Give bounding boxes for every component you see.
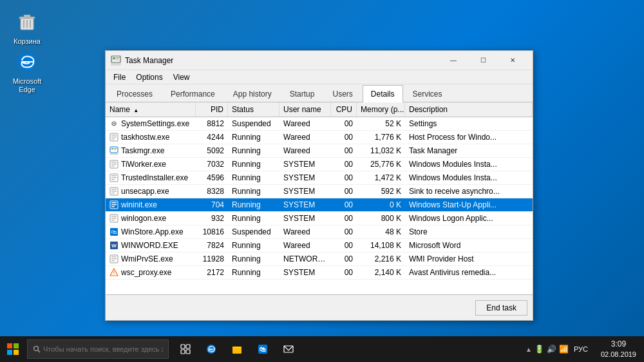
table-row[interactable]: SystemSettings.exe 8812 Suspended Wareed… <box>106 117 533 131</box>
svg-rect-18 <box>111 138 115 140</box>
td-cpu: 00 <box>331 171 357 184</box>
taskbar-search[interactable] <box>27 339 169 359</box>
table-row[interactable]: 🛍 WinStore.App.exe 10816 Suspended Waree… <box>106 225 533 239</box>
taskbar: 🛍 ▲ 🔋 🔊 📶 РУС 3:09 02.08.2019 <box>0 336 644 362</box>
up-arrow-icon[interactable]: ▲ <box>526 346 532 353</box>
svg-rect-11 <box>113 60 120 61</box>
svg-rect-43 <box>111 220 115 221</box>
th-memory[interactable]: Memory (p... <box>357 102 405 117</box>
table-row[interactable]: taskhostw.exe 4244 Running Wareed 00 1,7… <box>106 131 533 144</box>
tab-startup[interactable]: Startup <box>281 85 323 102</box>
mail-taskbar-button[interactable] <box>276 336 301 362</box>
svg-rect-16 <box>111 135 117 136</box>
table-row[interactable]: Taskmgr.exe 5092 Running Wareed 00 11,03… <box>106 144 533 158</box>
td-memory: 1,776 K <box>357 131 405 144</box>
store-taskbar-icon: 🛍 <box>257 343 269 355</box>
td-description: Sink to receive asynchro... <box>405 185 533 198</box>
svg-rect-25 <box>111 162 117 163</box>
svg-rect-55 <box>14 343 19 348</box>
search-input[interactable] <box>43 345 163 353</box>
td-memory: 11,032 K <box>357 144 405 157</box>
td-memory: 52 K <box>357 117 405 130</box>
td-name: ! wsc_proxy.exe <box>106 266 196 279</box>
edge-icon[interactable]: Microsoft Edge <box>6 46 48 97</box>
svg-rect-27 <box>111 166 115 167</box>
th-username[interactable]: User name <box>279 102 331 117</box>
svg-rect-62 <box>181 350 185 354</box>
td-cpu: 00 <box>331 185 357 198</box>
td-name: TrustedInstaller.exe <box>106 171 196 184</box>
td-status: Running <box>228 212 279 225</box>
svg-rect-8 <box>113 57 115 59</box>
explorer-taskbar-button[interactable] <box>224 336 250 362</box>
menu-file[interactable]: File <box>108 71 131 83</box>
svg-rect-33 <box>111 189 117 190</box>
end-task-button[interactable]: End task <box>475 300 527 316</box>
td-user: SYSTEM <box>279 185 331 198</box>
table-row[interactable]: unsecapp.exe 8328 Running SYSTEM 00 592 … <box>106 185 533 198</box>
td-name: SystemSettings.exe <box>106 117 196 130</box>
table-row[interactable]: W WINWORD.EXE 7824 Running Wareed 00 14,… <box>106 239 533 252</box>
tab-details[interactable]: Details <box>363 85 403 102</box>
svg-point-58 <box>34 347 39 351</box>
td-description: Windows Start-Up Appli... <box>405 198 533 211</box>
recycle-bin-icon[interactable]: Корзина <box>6 6 48 48</box>
svg-rect-12 <box>111 63 120 65</box>
td-name: 🛍 WinStore.App.exe <box>106 225 196 238</box>
tab-processes[interactable]: Processes <box>108 85 161 102</box>
taskbar-clock[interactable]: 3:09 02.08.2019 <box>596 339 641 359</box>
start-button[interactable] <box>0 336 26 362</box>
td-user: NETWORK... <box>279 252 331 265</box>
td-pid: 4596 <box>196 171 228 184</box>
store-taskbar-button[interactable]: 🛍 <box>250 336 276 362</box>
maximize-button[interactable]: ☐ <box>468 51 498 70</box>
table-row[interactable]: TiWorker.exe 7032 Running SYSTEM 00 25,7… <box>106 158 533 171</box>
td-memory: 1,472 K <box>357 171 405 184</box>
svg-rect-60 <box>181 345 185 348</box>
th-cpu[interactable]: CPU <box>331 102 357 117</box>
td-memory: 2,216 K <box>357 252 405 265</box>
td-status: Running <box>228 144 279 157</box>
svg-rect-29 <box>111 175 117 176</box>
search-icon <box>33 345 41 353</box>
td-cpu: 00 <box>331 239 357 252</box>
taskview-button[interactable] <box>173 336 198 362</box>
tab-services[interactable]: Services <box>404 85 451 102</box>
taskbar-system-icons: ▲ 🔋 🔊 📶 РУС <box>526 345 591 354</box>
svg-rect-66 <box>232 347 236 348</box>
th-description[interactable]: Description <box>405 102 533 117</box>
minimize-button[interactable]: — <box>439 51 468 70</box>
td-pid: 5092 <box>196 144 228 157</box>
table-area: Name ▲ PID Status User name CPU Memory (… <box>106 102 533 294</box>
td-status: Running <box>228 198 279 211</box>
table-row[interactable]: ! wsc_proxy.exe 2172 Running SYSTEM 00 2… <box>106 266 533 280</box>
tab-app-history[interactable]: App history <box>225 85 280 102</box>
tab-users[interactable]: Users <box>324 85 361 102</box>
volume-icon[interactable]: 🔊 <box>547 345 556 354</box>
th-name[interactable]: Name ▲ <box>106 102 196 117</box>
lang-label: РУС <box>574 345 588 353</box>
th-pid[interactable]: PID <box>196 102 228 117</box>
table-row[interactable]: wininit.exe 704 Running SYSTEM 00 0 K Wi… <box>106 198 533 212</box>
svg-rect-37 <box>111 202 117 204</box>
close-button[interactable]: ✕ <box>498 51 527 70</box>
svg-rect-35 <box>111 193 115 194</box>
table-row[interactable]: TrustedInstaller.exe 4596 Running SYSTEM… <box>106 171 533 185</box>
row-process-icon <box>109 200 118 209</box>
tab-performance[interactable]: Performance <box>162 85 223 102</box>
table-row[interactable]: WmiPrvSE.exe 11928 Running NETWORK... 00… <box>106 252 533 266</box>
title-bar-icon <box>111 55 121 66</box>
td-name: W WINWORD.EXE <box>106 239 196 252</box>
table-body[interactable]: SystemSettings.exe 8812 Suspended Wareed… <box>106 117 533 294</box>
menu-options[interactable]: Options <box>131 71 167 83</box>
table-row[interactable]: winlogon.exe 932 Running SYSTEM 00 800 K… <box>106 212 533 225</box>
menu-view[interactable]: View <box>168 71 195 83</box>
td-name: WmiPrvSE.exe <box>106 252 196 265</box>
td-memory: 48 K <box>357 225 405 238</box>
td-description: Settings <box>405 117 533 130</box>
td-pid: 11928 <box>196 252 228 265</box>
th-status[interactable]: Status <box>228 102 279 117</box>
td-user: SYSTEM <box>279 158 331 171</box>
edge-taskbar-button[interactable] <box>198 336 224 362</box>
network-icon[interactable]: 📶 <box>559 345 569 354</box>
